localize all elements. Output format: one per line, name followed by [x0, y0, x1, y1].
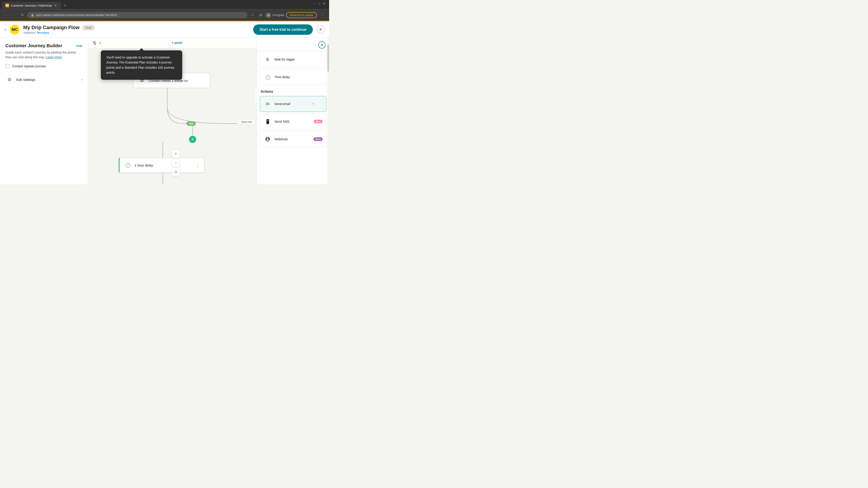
audience-name: Moodjoy	[37, 31, 49, 34]
webhook-label: Webhook	[274, 137, 311, 141]
delay-text: 1 hour delay	[134, 163, 153, 167]
relaunch-button[interactable]: Relaunch to update	[286, 12, 317, 18]
right-panel: ✕ ⏸ Wait for trigger 🕐 Time delay Action…	[257, 38, 329, 184]
settings-arrow-icon: ›	[81, 77, 83, 82]
canvas-hint-icon: ⇅	[93, 40, 96, 46]
scrollbar-track	[327, 38, 329, 184]
panel-item-webhook[interactable]: Webhook Beta	[260, 131, 327, 147]
trial-button[interactable]: Start a free trial to continue	[253, 24, 313, 35]
tooltip-arrow	[139, 48, 144, 51]
header-back-button[interactable]: ‹	[4, 27, 6, 32]
browser-more-button[interactable]: ⋮	[319, 12, 327, 19]
url-text: us21.admin.mailchimp.com/customer-journe…	[36, 13, 117, 17]
add-point-label: + point	[172, 41, 182, 44]
left-sidebar: Customer Journey Builder Hide Guide each…	[0, 38, 88, 184]
audience-label: Audience: Moodjoy	[23, 31, 250, 34]
send-sms-label: Send SMS	[274, 120, 311, 123]
back-button[interactable]: ‹	[3, 12, 9, 18]
feedback-tab[interactable]: Feedback	[255, 88, 257, 103]
zoom-out-button[interactable]: −	[172, 159, 180, 167]
sidebar-title-text: Customer Journey Builder	[5, 43, 62, 48]
incognito-label: Incognito	[272, 13, 284, 17]
sidebar-description: Guide each contact's journey by plotting…	[5, 50, 83, 60]
main-content: Customer Journey Builder Hide Guide each…	[0, 38, 329, 184]
canvas: ⇅ R + point	[88, 38, 257, 184]
draft-badge: Draft	[82, 25, 94, 30]
learn-more-link[interactable]: Learn more	[46, 55, 62, 59]
address-bar[interactable]: 🔒 us21.admin.mailchimp.com/customer-jour…	[27, 12, 248, 18]
canvas-hint-text: R	[99, 41, 101, 45]
browser-extensions-icon[interactable]: ⧉	[257, 12, 264, 18]
app-header: ‹ MC My Drip Campaign Flow Draft Audienc…	[0, 22, 329, 38]
app: ‹ MC My Drip Campaign Flow Draft Audienc…	[0, 22, 329, 184]
send-sms-icon: 📱	[264, 118, 272, 126]
window-close[interactable]: ✕	[323, 2, 326, 5]
sidebar-title-row: Customer Journey Builder Hide	[5, 43, 83, 48]
panel-item-wait-trigger[interactable]: ⏸ Wait for trigger	[260, 52, 327, 67]
forward-button[interactable]: ›	[11, 12, 17, 18]
contact-repeats-checkbox[interactable]	[5, 64, 9, 68]
bookmark-icon[interactable]: ☆	[249, 12, 256, 18]
send-email-label: Send email	[274, 102, 322, 106]
nav-bar: ‹ › ↻ 🔒 us21.admin.mailchimp.com/custome…	[0, 9, 329, 21]
fit-button[interactable]: ⊡	[172, 168, 180, 176]
panel-close-button[interactable]: ✕	[318, 41, 326, 48]
upgrade-tooltip: You'll need to upgrade to activate a Cus…	[101, 51, 182, 80]
zoom-controls: + − ⊡	[172, 150, 180, 176]
panel-item-time-delay[interactable]: 🕐 Time delay	[260, 69, 327, 85]
window-minimize[interactable]: ─	[313, 2, 315, 5]
delay-node[interactable]: 🕐 1 hour delay ⋮	[119, 158, 205, 173]
incognito-button[interactable]: 🕵 Incognito	[266, 12, 284, 18]
actions-section-title: Actions	[257, 86, 329, 95]
scrollbar-thumb[interactable]	[327, 44, 329, 72]
refresh-button[interactable]: ↻	[19, 12, 25, 18]
panel-header: ✕	[257, 38, 329, 51]
webhook-icon	[264, 135, 272, 143]
panel-item-send-sms[interactable]: 📱 Send SMS New	[260, 113, 327, 129]
svg-text:MC: MC	[11, 27, 18, 32]
wait-trigger-label: Wait for trigger	[274, 58, 322, 61]
zoom-in-button[interactable]: +	[172, 150, 180, 158]
time-delay-icon: 🕐	[264, 73, 272, 81]
tab-title: Customer Journeys | Mailchimp	[11, 4, 52, 7]
time-delay-label: Time delay	[274, 75, 322, 79]
tab-bar: MC Customer Journeys | Mailchimp ✕ + ─ □…	[0, 0, 329, 9]
hide-button[interactable]: Hide	[76, 44, 83, 48]
header-info: My Drip Campaign Flow Draft Audience: Mo…	[23, 25, 250, 34]
lock-icon: 🔒	[31, 13, 34, 17]
tab-close-btn[interactable]: ✕	[54, 4, 57, 7]
beta-badge: Beta	[313, 137, 322, 141]
settings-icon: ⚙	[5, 75, 13, 84]
window-maximize[interactable]: □	[318, 2, 320, 5]
campaign-title-text: My Drip Campaign Flow	[23, 25, 80, 31]
yes-badge: Yes	[186, 121, 196, 126]
cursor-indicator: ↖	[313, 102, 315, 105]
tab-favicon: MC	[5, 4, 9, 7]
incognito-icon: 🕵	[266, 12, 271, 18]
wait-trigger-icon: ⏸	[264, 55, 272, 64]
mailchimp-logo: MC	[10, 25, 20, 35]
contact-repeats-label: Contact repeats journey	[12, 64, 46, 68]
send-email-icon: ✉	[264, 100, 272, 108]
add-node-after-yes[interactable]: +	[189, 136, 196, 143]
panel-item-send-email[interactable]: ✉ Send email ↖	[260, 96, 327, 112]
edit-settings-row[interactable]: ⚙ Edit Settings ›	[5, 74, 83, 86]
delay-menu-button[interactable]: ⋮	[195, 162, 200, 168]
settings-label-text: Edit Settings	[16, 78, 79, 82]
campaign-title-row: My Drip Campaign Flow Draft	[23, 25, 250, 31]
new-tab-button[interactable]: +	[62, 2, 68, 8]
browser-chrome: MC Customer Journeys | Mailchimp ✕ + ─ □…	[0, 0, 329, 22]
new-badge: New	[314, 120, 322, 123]
tooltip-text: You'll need to upgrade to activate a Cus…	[106, 56, 174, 74]
contact-repeats-row[interactable]: Contact repeats journey	[5, 64, 83, 68]
active-tab[interactable]: MC Customer Journeys | Mailchimp ✕	[2, 2, 61, 9]
contact-exit-label: ntact exi	[239, 119, 254, 125]
header-close-button[interactable]: ✕	[316, 26, 324, 34]
delay-icon: 🕐	[124, 161, 132, 169]
